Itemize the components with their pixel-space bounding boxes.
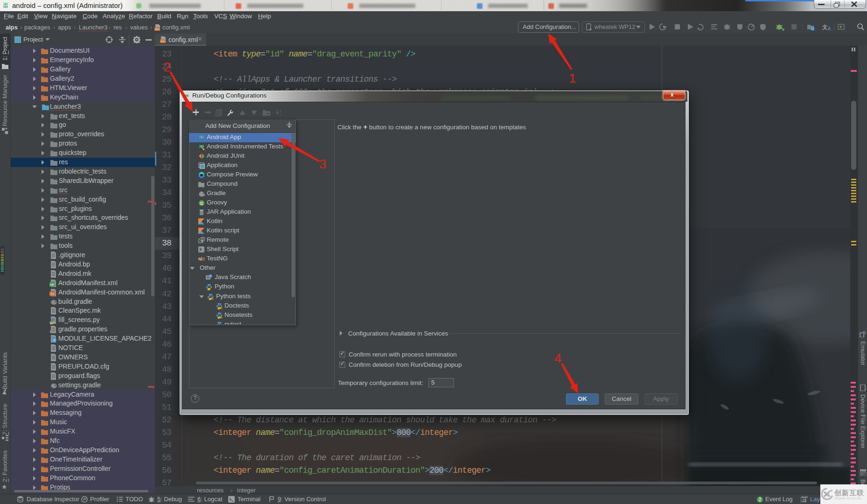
svg-text:4: 4 [554,351,562,365]
svg-text:1: 1 [569,71,576,85]
svg-text:2: 2 [163,60,171,74]
svg-text:3: 3 [319,157,327,171]
